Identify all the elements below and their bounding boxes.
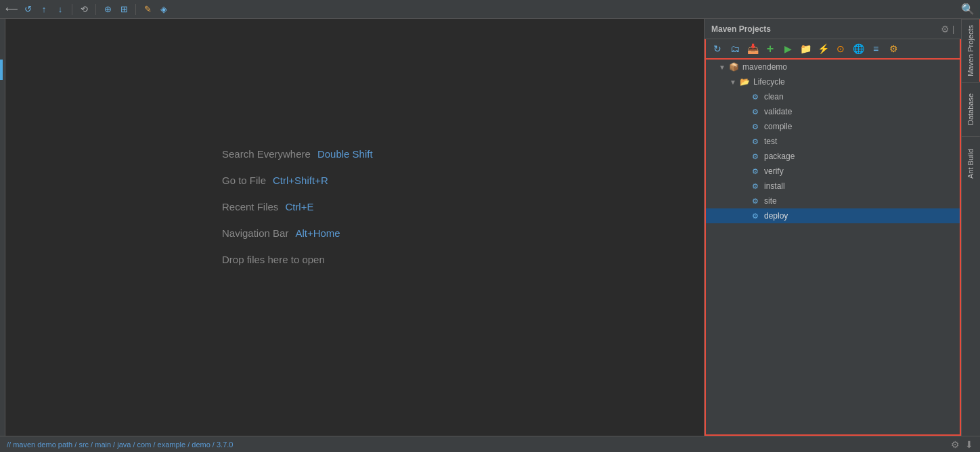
nav-bar-label: Navigation Bar <box>222 227 288 239</box>
drop-files-text: Drop files here to open <box>222 254 325 265</box>
nav-bar-hint: Navigation Bar Alt+Home <box>222 227 340 239</box>
maven-folder-icon[interactable]: 📁 <box>798 41 813 56</box>
maven-tree-icon[interactable]: 🌐 <box>851 41 866 56</box>
maven-bolt-icon[interactable]: ⚡ <box>816 41 830 56</box>
toolbar-separator-1 <box>72 4 72 15</box>
tree-item-install[interactable]: ⚙ install <box>706 179 960 194</box>
clean-gear-icon: ⚙ <box>749 91 761 103</box>
maven-modules-icon[interactable]: 🗂 <box>728 41 742 56</box>
goto-file-shortcut: Ctrl+Shift+R <box>273 175 328 186</box>
root-folder-icon: 📦 <box>728 61 740 73</box>
root-label: mavendemo <box>742 62 787 72</box>
maven-add-icon[interactable]: + <box>763 41 778 56</box>
maven-tree: ▼ 📦 mavendemo ▼ 📂 Lifecycle ⚙ clean ⚙ va… <box>705 60 961 436</box>
search-everywhere-shortcut: Double Shift <box>317 148 373 160</box>
tree-item-deploy[interactable]: ⚙ deploy <box>706 208 960 223</box>
right-tabs-panel: Maven Projects Database Ant Build <box>961 19 980 436</box>
compile-label: compile <box>764 122 792 131</box>
status-left-section: // maven demo path / src / main / java /… <box>7 440 233 449</box>
main-area: Search Everywhere Double Shift Go to Fil… <box>0 19 980 436</box>
deploy-gear-icon: ⚙ <box>749 210 761 222</box>
status-gear-icon[interactable]: ⚙ <box>951 439 960 450</box>
maven-refresh-icon[interactable]: ↻ <box>710 41 725 56</box>
deploy-label: deploy <box>764 211 788 221</box>
tree-lifecycle-item[interactable]: ▼ 📂 Lifecycle <box>706 74 960 89</box>
tree-item-site[interactable]: ⚙ site <box>706 194 960 208</box>
toolbar-separator-2 <box>95 4 96 15</box>
maven-panel-header: Maven Projects ⚙ | <box>705 19 961 39</box>
top-toolbar: ⟵ ↺ ↑ ↓ ⟲ ⊕ ⊞ ✎ ◈ 🔍 <box>0 0 980 19</box>
tab-database[interactable]: Database <box>962 82 981 136</box>
left-stripe <box>0 19 5 436</box>
package-label: package <box>764 152 795 161</box>
tab-database-label: Database <box>966 93 975 125</box>
maven-settings-icon[interactable]: ⚙ <box>941 24 950 35</box>
status-right-section: ⚙ ⬇ <box>951 439 973 450</box>
validate-label: validate <box>764 107 792 116</box>
maven-lines-icon[interactable]: ≡ <box>868 41 883 56</box>
toolbar-down-icon[interactable]: ↓ <box>54 3 66 16</box>
tree-root-item[interactable]: ▼ 📦 mavendemo <box>706 60 960 74</box>
tree-item-package[interactable]: ⚙ package <box>706 149 960 164</box>
maven-pin-icon[interactable]: | <box>952 24 954 34</box>
toolbar-undo-icon[interactable]: ⟲ <box>78 3 90 16</box>
recent-files-hint: Recent Files Ctrl+E <box>222 201 313 212</box>
tree-item-validate[interactable]: ⚙ validate <box>706 104 960 119</box>
status-bar: // maven demo path / src / main / java /… <box>0 436 980 452</box>
install-gear-icon: ⚙ <box>749 180 761 192</box>
toolbar-edit-icon[interactable]: ✎ <box>141 3 154 16</box>
test-gear-icon: ⚙ <box>749 135 761 148</box>
install-label: install <box>764 181 785 191</box>
maven-panel: Maven Projects ⚙ | ↻ 🗂 📥 + ▶ 📁 ⚡ ⊙ 🌐 ≡ ⚙… <box>704 19 961 436</box>
editor-area: Search Everywhere Double Shift Go to Fil… <box>5 19 704 436</box>
lifecycle-label: Lifecycle <box>753 77 785 87</box>
maven-toolbar: ↻ 🗂 📥 + ▶ 📁 ⚡ ⊙ 🌐 ≡ ⚙ <box>705 39 961 60</box>
toolbar-add-icon[interactable]: ⊕ <box>102 3 114 16</box>
lifecycle-folder-icon: 📂 <box>738 76 751 88</box>
toolbar-separator-3 <box>135 4 136 15</box>
toolbar-sync-icon[interactable]: ↺ <box>22 3 34 16</box>
verify-label: verify <box>764 166 784 176</box>
tree-item-clean[interactable]: ⚙ clean <box>706 89 960 104</box>
test-label: test <box>764 137 777 146</box>
validate-gear-icon: ⚙ <box>749 106 761 118</box>
search-everywhere-label: Search Everywhere <box>222 148 311 160</box>
recent-files-shortcut: Ctrl+E <box>285 201 313 212</box>
maven-import-icon[interactable]: 📥 <box>745 41 760 56</box>
maven-panel-title: Maven Projects <box>711 24 941 34</box>
tab-maven-label: Maven Projects <box>966 25 975 76</box>
nav-bar-shortcut: Alt+Home <box>295 227 340 239</box>
goto-file-hint: Go to File Ctrl+Shift+R <box>222 175 328 186</box>
tree-item-test[interactable]: ⚙ test <box>706 134 960 149</box>
compile-gear-icon: ⚙ <box>749 120 761 133</box>
maven-circle-icon[interactable]: ⊙ <box>833 41 848 56</box>
toolbar-back-icon[interactable]: ⟵ <box>5 3 18 16</box>
toolbar-up-icon[interactable]: ↑ <box>38 3 50 16</box>
search-everywhere-hint: Search Everywhere Double Shift <box>222 148 373 160</box>
goto-file-label: Go to File <box>222 175 266 186</box>
verify-gear-icon: ⚙ <box>749 165 761 177</box>
search-everywhere-icon[interactable]: 🔍 <box>961 3 975 16</box>
site-label: site <box>764 196 777 206</box>
clean-label: clean <box>764 92 784 101</box>
drop-files-hint: Drop files here to open <box>222 254 325 265</box>
tab-ant-label: Ant Build <box>966 148 975 178</box>
tab-ant-build[interactable]: Ant Build <box>962 136 981 190</box>
site-gear-icon: ⚙ <box>749 195 761 207</box>
maven-config-icon[interactable]: ⚙ <box>886 41 901 56</box>
tree-item-verify[interactable]: ⚙ verify <box>706 164 960 179</box>
tab-maven-projects[interactable]: Maven Projects <box>962 19 981 82</box>
status-download-icon[interactable]: ⬇ <box>965 439 973 450</box>
toolbar-diamond-icon[interactable]: ◈ <box>158 3 170 16</box>
lifecycle-arrow: ▼ <box>728 78 738 86</box>
root-arrow: ▼ <box>717 64 728 71</box>
recent-files-label: Recent Files <box>222 201 278 212</box>
toolbar-grid-icon[interactable]: ⊞ <box>118 3 130 16</box>
tree-item-compile[interactable]: ⚙ compile <box>706 119 960 134</box>
maven-run-icon[interactable]: ▶ <box>780 41 795 56</box>
package-gear-icon: ⚙ <box>749 150 761 162</box>
status-path-text: // maven demo path / src / main / java /… <box>7 440 233 449</box>
